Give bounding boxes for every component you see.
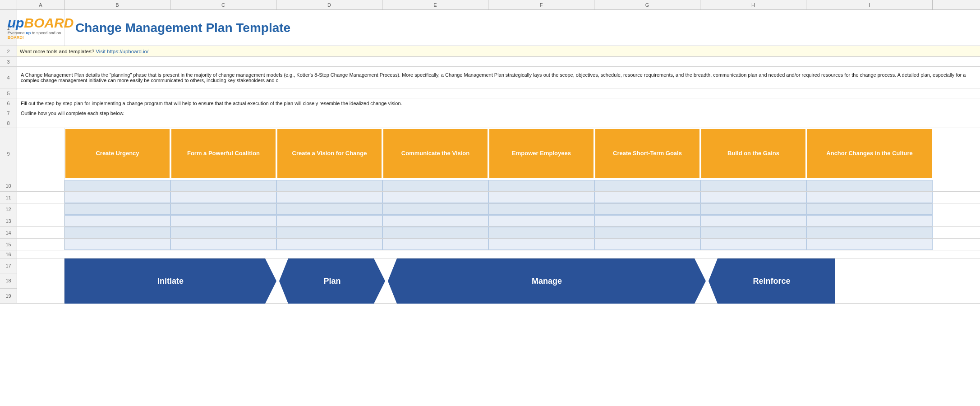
row-3-content (17, 57, 980, 66)
row-10-g[interactable] (594, 180, 700, 191)
row-num-12: 12 (0, 203, 17, 215)
row-11-h[interactable] (700, 192, 806, 203)
row-10-d[interactable] (276, 180, 382, 191)
row-14-d[interactable] (276, 227, 382, 238)
row-13-b[interactable] (64, 215, 170, 226)
row-10-h[interactable] (700, 180, 806, 191)
col-header-a: A (17, 0, 64, 9)
column-headers: A B C D E F G H I (0, 0, 980, 10)
row-15-h[interactable] (700, 239, 806, 250)
row-14-a (17, 227, 64, 238)
row-num-2: 2 (0, 46, 17, 56)
row-14-b[interactable] (64, 227, 170, 238)
step-header-a-empty (17, 128, 64, 180)
row-10-b[interactable] (64, 180, 170, 191)
row-12-d[interactable] (276, 203, 382, 215)
col-header-c: C (170, 0, 276, 9)
row-10-f[interactable] (488, 180, 594, 191)
row-11-i[interactable] (806, 192, 933, 203)
col-header-e: E (382, 0, 488, 9)
step-header-create-goals: Create Short-Term Goals (594, 128, 700, 179)
arrow-a-empty (17, 258, 64, 303)
row-12-h[interactable] (700, 203, 806, 215)
row-num-8: 8 (0, 118, 17, 128)
row-12-a (17, 203, 64, 215)
row-11-g[interactable] (594, 192, 700, 203)
row-14-e[interactable] (382, 227, 488, 238)
row-10-c[interactable] (170, 180, 276, 191)
row-10-e[interactable] (382, 180, 488, 191)
row-1: 1 upBOARD Everyone up to speed and on BO… (0, 10, 980, 46)
row-num-16: 16 (0, 250, 17, 258)
row-6: 6 Fill out the step-by-step plan for imp… (0, 98, 980, 108)
arrow-initiate: Initiate (64, 258, 276, 304)
arrow-plan: Plan (279, 258, 385, 304)
row-15-b[interactable] (64, 239, 170, 250)
row-11-d[interactable] (276, 192, 382, 203)
row-5: 5 (0, 88, 980, 98)
row-15-a (17, 239, 64, 250)
row-15-d[interactable] (276, 239, 382, 250)
row-13-h[interactable] (700, 215, 806, 226)
row-10: 10 (0, 180, 980, 192)
page-title: Change Management Plan Template (75, 21, 290, 35)
row-num-4: 4 (0, 67, 17, 88)
row-11: 11 (0, 192, 980, 203)
row-12-f[interactable] (488, 203, 594, 215)
info-link[interactable]: Visit https://upboard.io/ (96, 49, 148, 54)
row-14-f[interactable] (488, 227, 594, 238)
row-15-e[interactable] (382, 239, 488, 250)
row-15-i[interactable] (806, 239, 933, 250)
row-10-i[interactable] (806, 180, 933, 191)
row-11-b[interactable] (64, 192, 170, 203)
description-cell: A Change Management Plan details the "pl… (17, 67, 980, 88)
row-num-3: 3 (0, 57, 17, 66)
row-13-f[interactable] (488, 215, 594, 226)
row-9: 9 Create Urgency Form a Powerful Coaliti… (0, 128, 980, 180)
row-14-g[interactable] (594, 227, 700, 238)
row-num-19: 19 (0, 289, 17, 303)
row-12-c[interactable] (170, 203, 276, 215)
logo-tagline: Everyone up to speed and on BOARD! (8, 31, 74, 40)
arrow-plan-wrapper: Plan (279, 258, 385, 304)
row-num-13: 13 (0, 215, 17, 226)
row-13-g[interactable] (594, 215, 700, 226)
row-16: 16 (0, 250, 980, 258)
row-num-15: 15 (0, 239, 17, 250)
step-header-build-gains: Build on the Gains (700, 128, 806, 179)
row-14-i[interactable] (806, 227, 933, 238)
row-11-c[interactable] (170, 192, 276, 203)
step-header-form-coalition: Form a Powerful Coalition (170, 128, 276, 179)
row-13-c[interactable] (170, 215, 276, 226)
row-12-g[interactable] (594, 203, 700, 215)
row-16-content (17, 250, 980, 258)
step-header-anchor-changes: Anchor Changes in the Culture (806, 128, 933, 179)
logo-cell: upBOARD Everyone up to speed and on BOAR… (17, 10, 64, 46)
desc2-cell: Fill out the step-by-step plan for imple… (17, 98, 980, 108)
row-14-h[interactable] (700, 227, 806, 238)
row-12-b[interactable] (64, 203, 170, 215)
arrow-manage-wrapper: Manage (388, 258, 706, 304)
row-13-a (17, 215, 64, 226)
row-15-c[interactable] (170, 239, 276, 250)
row-12-e[interactable] (382, 203, 488, 215)
row-num-7: 7 (0, 108, 17, 118)
arrow-manage: Manage (388, 258, 706, 304)
row-13: 13 (0, 215, 980, 227)
description-text: A Change Management Plan details the "pl… (21, 72, 976, 83)
row-14-c[interactable] (170, 227, 276, 238)
arrow-reinforce: Reinforce (709, 258, 835, 304)
row-15-g[interactable] (594, 239, 700, 250)
row-13-i[interactable] (806, 215, 933, 226)
row-15-f[interactable] (488, 239, 594, 250)
row-8: 8 (0, 118, 980, 128)
row-12-i[interactable] (806, 203, 933, 215)
row-13-e[interactable] (382, 215, 488, 226)
col-header-h: H (700, 0, 806, 9)
arrow-row-nums: 17 18 19 (0, 258, 17, 303)
row-14: 14 (0, 227, 980, 239)
row-11-f[interactable] (488, 192, 594, 203)
step-header-communicate-vision: Communicate the Vision (382, 128, 488, 179)
row-13-d[interactable] (276, 215, 382, 226)
row-11-e[interactable] (382, 192, 488, 203)
